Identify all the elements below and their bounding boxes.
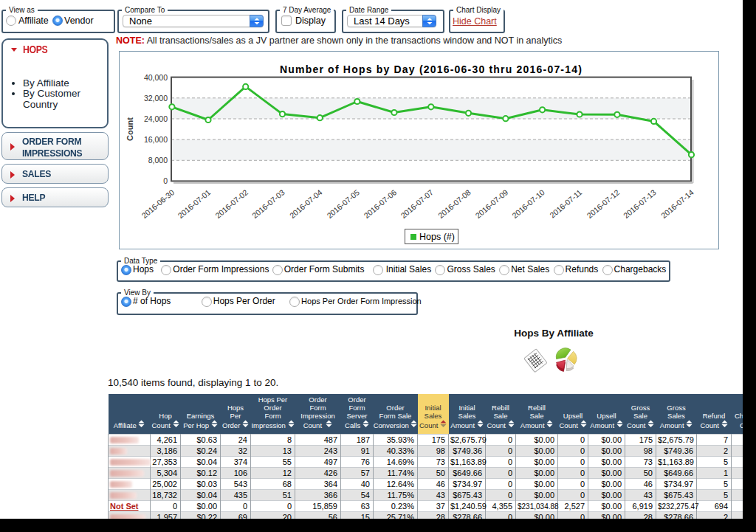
svg-text:0: 0 bbox=[163, 176, 168, 185]
svg-text:2016-07-11: 2016-07-11 bbox=[548, 187, 583, 219]
svg-text:2016-07-07: 2016-07-07 bbox=[399, 187, 435, 220]
svg-text:2016-07-05: 2016-07-05 bbox=[325, 187, 361, 220]
svg-text:Count: Count bbox=[126, 117, 134, 141]
svg-text:2016-07-10: 2016-07-10 bbox=[510, 187, 546, 220]
svg-text:2016-07-02: 2016-07-02 bbox=[213, 187, 250, 220]
svg-text:16,000: 16,000 bbox=[144, 135, 168, 144]
svg-text:32,000: 32,000 bbox=[144, 94, 168, 103]
svg-text:2016-07-14: 2016-07-14 bbox=[659, 187, 695, 220]
svg-text:2016-07-01: 2016-07-01 bbox=[176, 187, 212, 220]
svg-text:2016-07-04: 2016-07-04 bbox=[288, 187, 324, 220]
svg-text:2016-07-03: 2016-07-03 bbox=[250, 187, 286, 220]
svg-text:2016-07-13: 2016-07-13 bbox=[622, 187, 658, 220]
svg-text:40,000: 40,000 bbox=[144, 73, 168, 82]
svg-text:8,000: 8,000 bbox=[148, 156, 168, 165]
svg-text:24,000: 24,000 bbox=[144, 114, 168, 123]
svg-text:2016-07-06: 2016-07-06 bbox=[362, 187, 398, 220]
svg-text:2016-07-09: 2016-07-09 bbox=[473, 187, 509, 220]
svg-text:Number of Hops by Day (2016-06: Number of Hops by Day (2016-06-30 thru 2… bbox=[280, 63, 583, 75]
svg-text:2016-07-08: 2016-07-08 bbox=[436, 187, 472, 220]
svg-text:2016-06-30: 2016-06-30 bbox=[140, 187, 176, 220]
svg-text:2016-07-12: 2016-07-12 bbox=[585, 187, 621, 220]
